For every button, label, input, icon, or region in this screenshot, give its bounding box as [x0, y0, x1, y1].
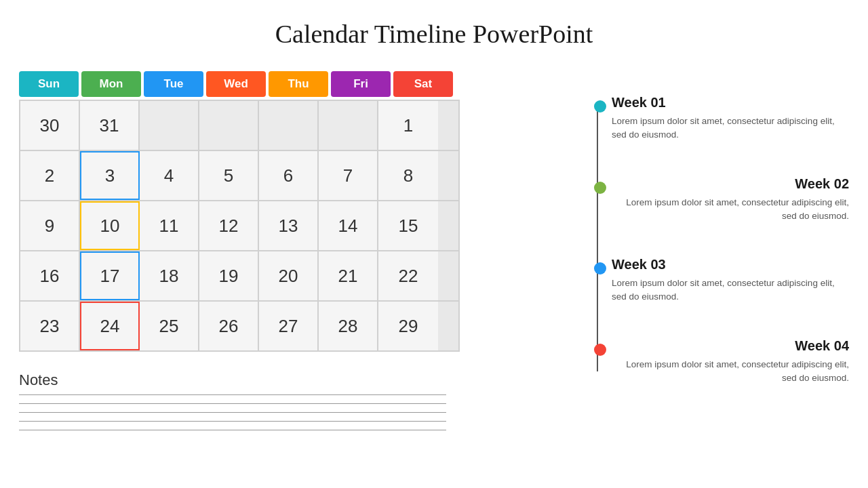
notes-line	[19, 421, 446, 422]
calendar-cell: 11	[140, 201, 199, 250]
calendar-cell	[140, 101, 199, 150]
calendar-cell: 18	[140, 251, 199, 300]
calendar-cell: 2	[20, 151, 80, 200]
timeline-item-week-1: Week 01Lorem ipsum dolor sit amet, conse…	[612, 95, 849, 142]
week-desc-3: Lorem ipsum dolor sit amet, consectetur …	[612, 277, 849, 304]
notes-line	[19, 394, 446, 395]
calendar-cell: 29	[378, 302, 438, 350]
calendar-cell: 1	[378, 101, 438, 150]
notes-section: Notes	[19, 371, 446, 430]
calendar-cell: 26	[199, 302, 259, 350]
calendar-cell: 17	[80, 251, 140, 300]
timeline-line	[597, 108, 598, 371]
calendar-row: 30311	[20, 101, 458, 151]
notes-lines	[19, 394, 446, 430]
calendar-row: 16171819202122	[20, 251, 458, 302]
timeline-container: Week 01Lorem ipsum dolor sit amet, conse…	[591, 95, 849, 385]
calendar-cell	[199, 101, 259, 150]
calendar-cell: 19	[199, 251, 259, 300]
day-mon: Mon	[81, 71, 141, 97]
week-title-3: Week 03	[612, 257, 849, 272]
week-desc-4: Lorem ipsum dolor sit amet, consectetur …	[612, 358, 849, 386]
calendar-cell: 30	[20, 101, 80, 150]
notes-line	[19, 412, 446, 413]
week-title-2: Week 02	[612, 176, 849, 192]
calendar-cell: 22	[378, 251, 438, 300]
timeline-dot-week-3	[594, 262, 606, 274]
calendar-cell: 28	[319, 302, 378, 350]
calendar-row: 9101112131415	[20, 201, 458, 251]
timeline-dot-week-4	[594, 344, 606, 356]
calendar-cell: 21	[319, 251, 378, 300]
calendar-cell: 6	[259, 151, 319, 200]
day-fri: Fri	[331, 71, 391, 97]
calendar-cell: 23	[20, 302, 80, 350]
timeline-dot-week-2	[594, 182, 606, 194]
calendar-cell: 27	[259, 302, 319, 350]
calendar-row: 23242526272829	[20, 302, 458, 350]
calendar-cell: 13	[259, 201, 319, 250]
calendar-cell: 3	[80, 151, 140, 200]
calendar-cell: 20	[259, 251, 319, 300]
calendar-cell: 9	[20, 201, 80, 250]
page-title: Calendar Timeline PowerPoint	[0, 0, 868, 62]
week-desc-2: Lorem ipsum dolor sit amet, consectetur …	[612, 196, 849, 224]
calendar-cell: 14	[319, 201, 378, 250]
day-wed: Wed	[206, 71, 266, 97]
timeline-item-week-4: Week 04Lorem ipsum dolor sit amet, conse…	[612, 338, 849, 386]
calendar-cell	[259, 101, 319, 150]
calendar-cell: 10	[80, 201, 140, 250]
calendar-cell: 31	[80, 101, 140, 150]
week-title-1: Week 01	[612, 95, 849, 110]
calendar-cell: 8	[378, 151, 438, 200]
calendar-grid: 3031123456789101112131415161718192021222…	[19, 100, 460, 352]
notes-label: Notes	[19, 371, 446, 389]
timeline-item-week-3: Week 03Lorem ipsum dolor sit amet, conse…	[612, 257, 849, 304]
calendar-cell: 16	[20, 251, 80, 300]
notes-line	[19, 403, 446, 404]
notes-line	[19, 430, 446, 430]
calendar-cell: 12	[199, 201, 259, 250]
week-title-4: Week 04	[612, 338, 849, 354]
day-sun: Sun	[19, 71, 79, 97]
timeline-item-week-2: Week 02Lorem ipsum dolor sit amet, conse…	[612, 176, 849, 224]
calendar-cell: 4	[140, 151, 199, 200]
calendar-cell: 24	[80, 302, 140, 350]
right-panel: Week 01Lorem ipsum dolor sit amet, conse…	[591, 95, 849, 385]
calendar-cell: 5	[199, 151, 259, 200]
week-desc-1: Lorem ipsum dolor sit amet, consectetur …	[612, 115, 849, 142]
day-thu: Thu	[269, 71, 328, 97]
calendar-cell: 25	[140, 302, 199, 350]
calendar-cell: 7	[319, 151, 378, 200]
day-tue: Tue	[144, 71, 203, 97]
day-headers: Sun Mon Tue Wed Thu Fri Sat	[19, 71, 460, 97]
timeline-dot-week-1	[594, 100, 606, 113]
left-panel: Sun Mon Tue Wed Thu Fri Sat 303112345678…	[19, 71, 460, 352]
calendar-row: 2345678	[20, 151, 458, 201]
day-sat: Sat	[393, 71, 453, 97]
calendar-cell	[319, 101, 378, 150]
calendar-cell: 15	[378, 201, 438, 250]
